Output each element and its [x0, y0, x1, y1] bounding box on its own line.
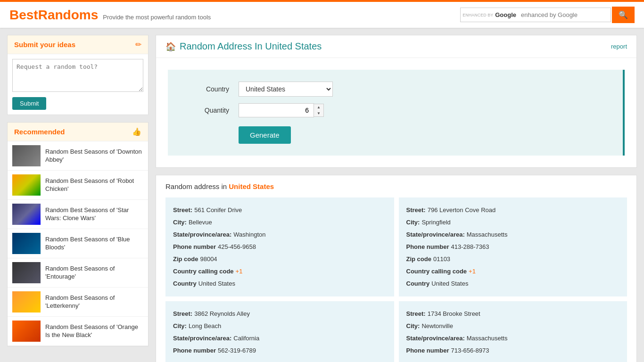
phone-label: Phone number: [173, 345, 216, 357]
edit-icon: ✏: [135, 40, 141, 49]
zip-value: 01103: [433, 253, 450, 265]
address-card: Street: 561 Conifer Drive City: Bellevue…: [165, 197, 394, 296]
submit-title: Submit your ideas: [14, 41, 75, 49]
address-card: Street: 3862 Reynolds Alley City: Long B…: [165, 301, 394, 362]
rec-label: Random Best Seasons of 'Star Wars: Clone…: [45, 206, 143, 222]
street-value: 796 Leverton Cove Road: [428, 204, 496, 216]
state-row: State/province/area: Massachusetts: [406, 332, 620, 345]
phone-value: 413-288-7363: [451, 241, 489, 253]
search-area: ENHANCED BY Google 🔍: [460, 7, 635, 23]
recommended-title: Recommended: [14, 128, 65, 136]
quantity-wrapper: ▲ ▼: [239, 103, 324, 117]
country-value: United States: [431, 278, 468, 290]
thumb-2: [12, 174, 41, 196]
quantity-up-button[interactable]: ▲: [314, 104, 323, 110]
thumb-4: [12, 233, 41, 254]
street-value: 1734 Brooke Street: [428, 308, 480, 320]
quantity-down-button[interactable]: ▼: [314, 110, 323, 116]
search-button[interactable]: 🔍: [612, 7, 635, 23]
generate-row: Generate: [187, 124, 604, 144]
rec-label: Random Best Seasons of 'Downton Abbey': [45, 148, 143, 164]
phone-label: Phone number: [406, 241, 449, 253]
rec-label: Random Best Seasons of 'Letterkenny': [45, 294, 143, 310]
country-row: Country United States: [187, 82, 604, 97]
submit-ideas-section: Submit your ideas ✏ Submit: [7, 35, 149, 115]
list-item[interactable]: Random Best Seasons of 'Robot Chicken': [8, 171, 148, 200]
report-link[interactable]: report: [611, 43, 627, 50]
city-row: City: Springfield: [406, 216, 620, 229]
phone-row: Phone number 425-456-9658: [173, 241, 387, 253]
list-item[interactable]: Random Best Seasons of 'Orange Is the Ne…: [8, 317, 148, 346]
state-value: Washington: [233, 229, 265, 241]
sidebar: Submit your ideas ✏ Submit Recommended 👍…: [7, 35, 149, 362]
submit-button[interactable]: Submit: [12, 97, 46, 110]
country-select[interactable]: United States: [239, 82, 333, 97]
state-label: State/province/area:: [173, 229, 231, 241]
thumb-6: [12, 291, 41, 313]
quantity-spinners: ▲ ▼: [314, 104, 324, 117]
tool-panel: Country United States Quantity ▲ ▼: [168, 70, 625, 156]
logo-area: BestRandoms Provide the most powerful ra…: [9, 8, 211, 23]
addresses-grid: Street: 561 Conifer Drive City: Bellevue…: [165, 197, 627, 362]
enhanced-label: ENHANCED BY: [461, 13, 495, 17]
zip-label: Zip code: [406, 253, 431, 265]
city-label: City:: [173, 216, 187, 229]
country-value: United States: [198, 278, 235, 290]
address-card: Street: 796 Leverton Cove Road City: Spr…: [399, 197, 627, 296]
calling-value: +1: [469, 265, 476, 278]
phone-label: Phone number: [406, 345, 449, 357]
street-row: Street: 3862 Reynolds Alley: [173, 308, 387, 320]
thumb-7: [12, 321, 41, 342]
results-intro: Random address in United States: [165, 182, 627, 190]
street-label: Street:: [406, 308, 426, 320]
results-country: United States: [229, 182, 274, 190]
zip-row: Zip code 98004: [173, 253, 387, 265]
state-label: State/province/area:: [173, 332, 231, 345]
street-row: Street: 796 Leverton Cove Road: [406, 204, 620, 216]
quantity-input[interactable]: [239, 103, 314, 117]
rec-label: Random Best Seasons of 'Robot Chicken': [45, 177, 143, 193]
top-bar: BestRandoms Provide the most powerful ra…: [0, 0, 644, 28]
list-item[interactable]: Random Best Seasons of 'Blue Bloods': [8, 229, 148, 258]
calling-row: Country calling code +1: [406, 265, 620, 278]
logo[interactable]: BestRandoms: [9, 8, 98, 23]
results-section: Random address in United States Street: …: [156, 175, 637, 362]
tool-card: 🏠 Random Address In United States report…: [156, 35, 637, 168]
idea-textarea[interactable]: [12, 59, 143, 92]
list-item[interactable]: Random Best Seasons of 'Downton Abbey': [8, 141, 148, 171]
search-input[interactable]: [516, 8, 611, 22]
address-card: Street: 1734 Brooke Street City: Newtonv…: [399, 301, 627, 362]
recommended-list: Random Best Seasons of 'Downton Abbey' R…: [8, 141, 148, 346]
state-value: California: [233, 332, 259, 345]
country-label: Country: [187, 85, 229, 93]
phone-row: Phone number 713-656-8973: [406, 345, 620, 357]
city-row: City: Newtonville: [406, 320, 620, 332]
phone-label: Phone number: [173, 241, 216, 253]
calling-label: Country calling code: [406, 265, 467, 278]
rec-label: Random Best Seasons of 'Entourage': [45, 265, 143, 281]
phone-value: 562-319-6789: [218, 345, 256, 357]
submit-header: Submit your ideas ✏: [8, 35, 148, 54]
street-value: 3862 Reynolds Alley: [194, 308, 250, 320]
state-value: Massachusetts: [467, 332, 508, 345]
city-row: City: Long Beach: [173, 320, 387, 332]
list-item[interactable]: Random Best Seasons of 'Entourage': [8, 258, 148, 288]
search-box: ENHANCED BY Google: [460, 8, 611, 22]
country-label: Country: [173, 278, 197, 290]
city-value: Bellevue: [189, 216, 212, 229]
list-item[interactable]: Random Best Seasons of 'Letterkenny': [8, 288, 148, 317]
city-label: City:: [406, 320, 420, 332]
page-title-text: Random Address In United States: [180, 41, 322, 52]
state-row: State/province/area: California: [173, 332, 387, 345]
phone-value: 713-656-8973: [451, 345, 489, 357]
quantity-label: Quantity: [187, 107, 229, 114]
phone-row: Phone number 413-288-7363: [406, 241, 620, 253]
calling-value: +1: [236, 265, 243, 278]
generate-button[interactable]: Generate: [239, 126, 291, 144]
tagline: Provide the most powerful random tools: [103, 14, 211, 21]
state-row: State/province/area: Massachusetts: [406, 229, 620, 241]
list-item[interactable]: Random Best Seasons of 'Star Wars: Clone…: [8, 200, 148, 229]
city-label: City:: [406, 216, 420, 229]
submit-body: Submit: [8, 54, 148, 115]
calling-row: Country calling code +1: [173, 265, 387, 278]
